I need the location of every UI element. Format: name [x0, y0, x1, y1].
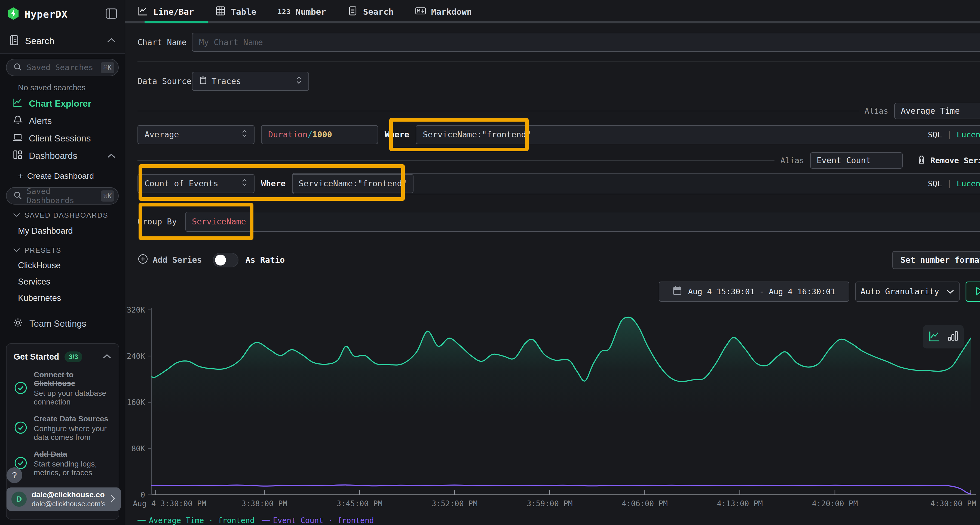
laptop-icon	[13, 132, 23, 145]
x-tick-label: 3:45:00 PM	[336, 499, 382, 508]
sidebar-item-label: Dashboards	[29, 151, 77, 161]
series-area-0	[152, 317, 971, 495]
sidebar-item-label: Chart Explorer	[29, 98, 91, 109]
series-2-where-input[interactable]: ServiceName:"frontend"	[292, 174, 413, 193]
sidebar-item-client-sessions[interactable]: Client Sessions	[6, 130, 119, 147]
document-list-icon	[347, 5, 358, 18]
sql-mode-button[interactable]: SQL	[928, 130, 942, 139]
series-1-aggregation-select[interactable]: Average	[137, 125, 255, 144]
get-started-step-adddata[interactable]: Add Data Start sending logs, metrics, or…	[14, 450, 111, 477]
series-1-field-input[interactable]: Duration/1000	[261, 125, 378, 144]
step-title: Create Data Sources	[34, 414, 115, 423]
sidebar-search-header[interactable]: Search	[7, 28, 118, 53]
sidebar-item-dashboards[interactable]: Dashboards	[6, 147, 119, 165]
plus-icon: +	[18, 171, 24, 181]
preset-link-services[interactable]: Services	[6, 274, 119, 290]
series-1-alias-input[interactable]: Average Time	[894, 103, 980, 119]
timeseries-chart[interactable]: 080K160K240K320KAug 4 3:30:00 PM3:38:00 …	[125, 305, 980, 514]
divider	[137, 111, 859, 111]
y-tick-label: 0	[140, 490, 145, 500]
alias-label: Alias	[865, 106, 888, 116]
create-dashboard-button[interactable]: + Create Dashboard	[6, 165, 119, 187]
divider	[137, 243, 980, 243]
search-icon	[13, 62, 22, 73]
remove-series-button[interactable]: Remove Series	[917, 154, 980, 166]
sidebar-top: HyperDX Search	[0, 0, 125, 53]
no-saved-searches-text: No saved searches	[6, 76, 119, 95]
hyperdx-logo-icon	[7, 7, 20, 22]
chevron-down-icon	[13, 246, 21, 255]
sidebar-collapse-icon[interactable]	[105, 8, 118, 21]
divider	[137, 160, 775, 161]
saved-searches-input[interactable]: Saved Searches ⌘K	[6, 59, 119, 76]
legend-swatch	[262, 520, 270, 521]
sidebar-item-alerts[interactable]: Alerts	[6, 113, 119, 130]
series-2-aggregation-select[interactable]: Count of Events	[137, 174, 255, 193]
preset-link-kubernetes[interactable]: Kubernetes	[6, 290, 119, 306]
group-by-row: ServiceName	[185, 212, 980, 232]
bar-chart-icon	[947, 330, 958, 344]
as-ratio-label: As Ratio	[245, 255, 285, 265]
chart-type-tabbar: Line/Bar Table 123 Number Search	[137, 0, 980, 24]
select-chevrons-icon	[296, 76, 302, 87]
tab-search[interactable]: Search	[347, 5, 394, 18]
database-icon	[199, 76, 207, 87]
add-series-button[interactable]: Add Series	[137, 254, 202, 266]
step-desc: Set up your database connection	[34, 389, 118, 406]
table-icon	[215, 5, 226, 18]
get-started-step-connect[interactable]: Connect to ClickHouse Set up your databa…	[14, 371, 111, 406]
legend-item-event-count[interactable]: Event Count · frontend	[262, 516, 374, 525]
chevron-down-icon	[946, 287, 955, 296]
journal-icon	[9, 35, 20, 47]
x-tick-label: 4:30:00 PM	[930, 499, 976, 508]
team-settings-button[interactable]: Team Settings	[6, 306, 119, 330]
where-label: Where	[385, 130, 409, 139]
data-source-select[interactable]: Traces	[192, 72, 309, 91]
series-2-alias-input[interactable]: Event Count	[810, 152, 903, 169]
tab-number[interactable]: 123 Number	[278, 7, 326, 17]
saved-searches-placeholder: Saved Searches	[27, 63, 96, 72]
dashboard-link-my-dashboard[interactable]: My Dashboard	[6, 222, 119, 240]
series-1-where-input[interactable]: ServiceName:"frontend" SQL | Lucene	[416, 125, 980, 144]
group-by-input[interactable]: ServiceName	[185, 212, 253, 232]
user-menu[interactable]: D dale@clickhouse.com dale@clickhouse.co…	[6, 487, 121, 511]
preset-link-clickhouse[interactable]: ClickHouse	[6, 257, 119, 274]
saved-dashboards-input[interactable]: Saved Dashboards ⌘K	[6, 187, 119, 205]
get-started-step-datasources[interactable]: Create Data Sources Configure where your…	[14, 414, 111, 442]
user-email: dale@clickhouse.com	[32, 490, 105, 499]
get-started-progress-badge: 3/3	[65, 351, 82, 362]
time-range-input[interactable]: Aug 4 15:30:01 - Aug 4 16:30:01	[659, 282, 850, 302]
granularity-select[interactable]: Auto Granularity	[855, 282, 959, 302]
chevron-up-icon[interactable]	[102, 353, 111, 360]
help-button[interactable]: ?	[6, 467, 22, 483]
run-query-button[interactable]	[966, 282, 980, 302]
shortcut-badge: ⌘K	[101, 62, 115, 73]
check-circle-icon	[14, 381, 28, 396]
tab-line-bar[interactable]: Line/Bar	[137, 5, 194, 18]
lucene-mode-button[interactable]: Lucene	[956, 179, 980, 188]
legend-item-average-time[interactable]: Average Time · frontend	[137, 516, 255, 525]
chevron-right-icon	[110, 494, 116, 504]
calendar-icon	[673, 285, 682, 297]
step-desc: Start sending logs, metrics, or traces	[34, 460, 118, 477]
presets-section-header[interactable]: PRESETS	[6, 240, 119, 257]
app-root: HyperDX Search	[0, 0, 980, 525]
as-ratio-toggle[interactable]	[213, 253, 239, 267]
sidebar-search-label: Search	[25, 36, 54, 46]
saved-dashboards-placeholder: Saved Dashboards	[27, 187, 96, 205]
tab-markdown[interactable]: Markdown	[415, 5, 472, 18]
lucene-mode-button[interactable]: Lucene	[956, 130, 980, 139]
shortcut-badge: ⌘K	[101, 190, 115, 201]
chevron-up-icon[interactable]	[107, 37, 116, 44]
sql-mode-button[interactable]: SQL	[928, 179, 942, 188]
saved-dashboards-section-header[interactable]: SAVED DASHBOARDS	[6, 205, 119, 222]
sidebar-item-chart-explorer[interactable]: Chart Explorer	[6, 95, 119, 113]
chart-name-label: Chart Name	[137, 38, 192, 47]
avatar: D	[11, 492, 27, 507]
y-tick-label: 240K	[127, 352, 145, 361]
tab-table[interactable]: Table	[215, 5, 256, 18]
chart-style-toggle[interactable]	[923, 325, 964, 349]
set-number-format-button[interactable]: Set number format	[892, 251, 980, 269]
chart-name-input[interactable]: My Chart Name	[192, 33, 980, 52]
chevron-up-icon[interactable]	[107, 151, 116, 161]
